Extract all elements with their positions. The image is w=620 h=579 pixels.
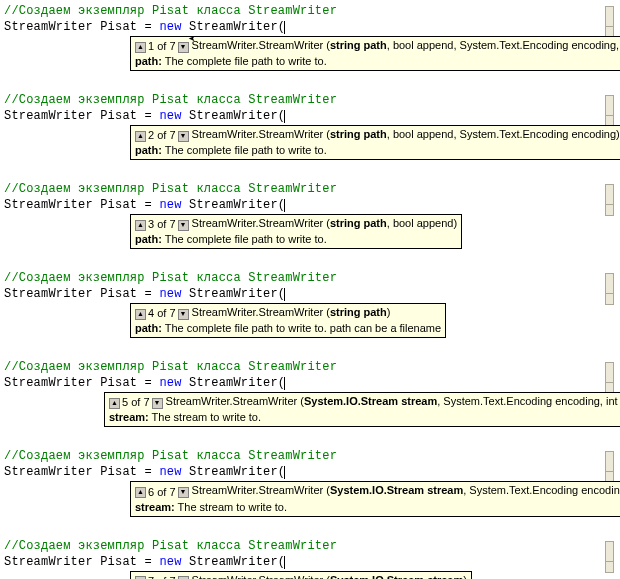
overload-up-icon[interactable]: ▲ bbox=[135, 487, 146, 498]
param-name: path: bbox=[135, 322, 162, 334]
signature-current-param: string path bbox=[330, 306, 387, 318]
parameter-info-tooltip: ▲5 of 7▼ StreamWriter.StreamWriter (Syst… bbox=[104, 392, 620, 427]
signature-text: , bool append) bbox=[387, 217, 457, 229]
text-caret bbox=[284, 110, 285, 123]
overload-block: //Создаем экземпляр Pisat класса StreamW… bbox=[4, 182, 616, 249]
param-description: The complete file path to write to. path… bbox=[162, 322, 441, 334]
overload-up-icon[interactable]: ▲ bbox=[135, 131, 146, 142]
overload-down-icon[interactable]: ▼ bbox=[178, 309, 189, 320]
overload-up-icon[interactable]: ▲ bbox=[109, 398, 120, 409]
param-name: path: bbox=[135, 233, 162, 245]
overload-counter: 4 of 7 bbox=[148, 307, 176, 319]
overload-counter: 6 of 7 bbox=[148, 486, 176, 498]
signature-text: , bool append, System.Text.Encoding enco… bbox=[387, 39, 620, 51]
signature-text: StreamWriter.StreamWriter ( bbox=[189, 217, 330, 229]
overload-counter: 5 of 7 bbox=[122, 396, 150, 408]
signature-text: ) bbox=[387, 306, 391, 318]
keyword-new: new bbox=[159, 198, 181, 212]
code-text: StreamWriter( bbox=[182, 287, 286, 301]
overload-counter: 1 of 7 bbox=[148, 40, 176, 52]
code-text: StreamWriter( bbox=[182, 198, 286, 212]
code-comment: //Создаем экземпляр Pisat класса StreamW… bbox=[4, 360, 616, 374]
overload-block: //Создаем экземпляр Pisat класса StreamW… bbox=[4, 271, 616, 338]
code-text: StreamWriter( bbox=[182, 376, 286, 390]
code-comment: //Создаем экземпляр Pisat класса StreamW… bbox=[4, 539, 616, 553]
param-description: The stream to write to. bbox=[175, 501, 287, 513]
keyword-new: new bbox=[159, 555, 181, 569]
param-description: The complete file path to write to. bbox=[162, 55, 327, 67]
code-comment: //Создаем экземпляр Pisat класса StreamW… bbox=[4, 182, 616, 196]
code-comment: //Создаем экземпляр Pisat класса StreamW… bbox=[4, 449, 616, 463]
signature-text: StreamWriter.StreamWriter ( bbox=[189, 306, 330, 318]
code-line[interactable]: StreamWriter Pisat = new StreamWriter( bbox=[4, 20, 616, 34]
overload-down-icon[interactable]: ▼ bbox=[152, 398, 163, 409]
keyword-new: new bbox=[159, 109, 181, 123]
code-line[interactable]: StreamWriter Pisat = new StreamWriter( bbox=[4, 198, 616, 212]
code-line[interactable]: StreamWriter Pisat = new StreamWriter( bbox=[4, 376, 616, 390]
text-caret bbox=[284, 288, 285, 301]
code-comment: //Создаем экземпляр Pisat класса StreamW… bbox=[4, 271, 616, 285]
signature-text: ) bbox=[463, 574, 467, 579]
overload-up-icon[interactable]: ▲ bbox=[135, 42, 146, 53]
code-text: StreamWriter Pisat = bbox=[4, 555, 159, 569]
code-text: StreamWriter Pisat = bbox=[4, 20, 159, 34]
code-text: StreamWriter( bbox=[182, 555, 286, 569]
signature-current-param: System.IO.Stream stream bbox=[330, 484, 463, 496]
text-caret bbox=[284, 377, 285, 390]
signature-text: StreamWriter.StreamWriter ( bbox=[189, 484, 330, 496]
keyword-new: new bbox=[159, 465, 181, 479]
overload-down-icon[interactable]: ▼ bbox=[178, 131, 189, 142]
parameter-info-tooltip: ▲1 of 7▼ StreamWriter.StreamWriter (stri… bbox=[130, 36, 620, 71]
overload-block: //Создаем экземпляр Pisat класса StreamW… bbox=[4, 93, 616, 160]
text-caret bbox=[284, 466, 285, 479]
code-text: StreamWriter Pisat = bbox=[4, 109, 159, 123]
param-name: path: bbox=[135, 144, 162, 156]
signature-text: StreamWriter.StreamWriter ( bbox=[189, 128, 330, 140]
parameter-info-tooltip: ▲2 of 7▼ StreamWriter.StreamWriter (stri… bbox=[130, 125, 620, 160]
overload-up-icon[interactable]: ▲ bbox=[135, 220, 146, 231]
overload-counter: 2 of 7 bbox=[148, 129, 176, 141]
param-name: stream: bbox=[135, 501, 175, 513]
signature-current-param: string path bbox=[330, 128, 387, 140]
signature-text: StreamWriter.StreamWriter ( bbox=[189, 574, 330, 579]
code-text: StreamWriter Pisat = bbox=[4, 376, 159, 390]
code-line[interactable]: StreamWriter Pisat = new StreamWriter( bbox=[4, 287, 616, 301]
overload-down-icon[interactable]: ▼ bbox=[178, 42, 189, 53]
overload-up-icon[interactable]: ▲ bbox=[135, 309, 146, 320]
code-comment: //Создаем экземпляр Pisat класса StreamW… bbox=[4, 93, 616, 107]
code-line[interactable]: StreamWriter Pisat = new StreamWriter( bbox=[4, 555, 616, 569]
code-text: StreamWriter( bbox=[182, 20, 286, 34]
signature-text: , bool append, System.Text.Encoding enco… bbox=[387, 128, 620, 140]
param-description: The complete file path to write to. bbox=[162, 144, 327, 156]
signature-current-param: string path bbox=[330, 39, 387, 51]
code-comment: //Создаем экземпляр Pisat класса StreamW… bbox=[4, 4, 616, 18]
overload-block: //Создаем экземпляр Pisat класса StreamW… bbox=[4, 4, 616, 71]
signature-current-param: string path bbox=[330, 217, 387, 229]
signature-text: , System.Text.Encoding encoding, int buf… bbox=[437, 395, 620, 407]
parameter-info-tooltip: ▲7 of 7▼ StreamWriter.StreamWriter (Syst… bbox=[130, 571, 472, 579]
parameter-info-tooltip: ▲4 of 7▼ StreamWriter.StreamWriter (stri… bbox=[130, 303, 446, 338]
signature-text: StreamWriter.StreamWriter ( bbox=[163, 395, 304, 407]
text-caret bbox=[284, 21, 285, 34]
code-line[interactable]: StreamWriter Pisat = new StreamWriter( bbox=[4, 109, 616, 123]
code-text: StreamWriter Pisat = bbox=[4, 287, 159, 301]
signature-text: , System.Text.Encoding encoding) bbox=[463, 484, 620, 496]
overload-block: //Создаем экземпляр Pisat класса StreamW… bbox=[4, 360, 616, 427]
overload-block: //Создаем экземпляр Pisat класса StreamW… bbox=[4, 539, 616, 579]
code-text: StreamWriter Pisat = bbox=[4, 465, 159, 479]
overload-down-icon[interactable]: ▼ bbox=[178, 220, 189, 231]
param-name: path: bbox=[135, 55, 162, 67]
keyword-new: new bbox=[159, 20, 181, 34]
param-description: The complete file path to write to. bbox=[162, 233, 327, 245]
overload-counter: 7 of 7 bbox=[148, 575, 176, 579]
parameter-info-tooltip: ▲6 of 7▼ StreamWriter.StreamWriter (Syst… bbox=[130, 481, 620, 516]
code-text: StreamWriter( bbox=[182, 109, 286, 123]
keyword-new: new bbox=[159, 376, 181, 390]
signature-current-param: System.IO.Stream stream bbox=[304, 395, 437, 407]
signature-current-param: System.IO.Stream stream bbox=[330, 574, 463, 579]
code-line[interactable]: StreamWriter Pisat = new StreamWriter( bbox=[4, 465, 616, 479]
signature-text: StreamWriter.StreamWriter ( bbox=[189, 39, 330, 51]
text-caret bbox=[284, 199, 285, 212]
overload-down-icon[interactable]: ▼ bbox=[178, 487, 189, 498]
parameter-info-tooltip: ▲3 of 7▼ StreamWriter.StreamWriter (stri… bbox=[130, 214, 462, 249]
